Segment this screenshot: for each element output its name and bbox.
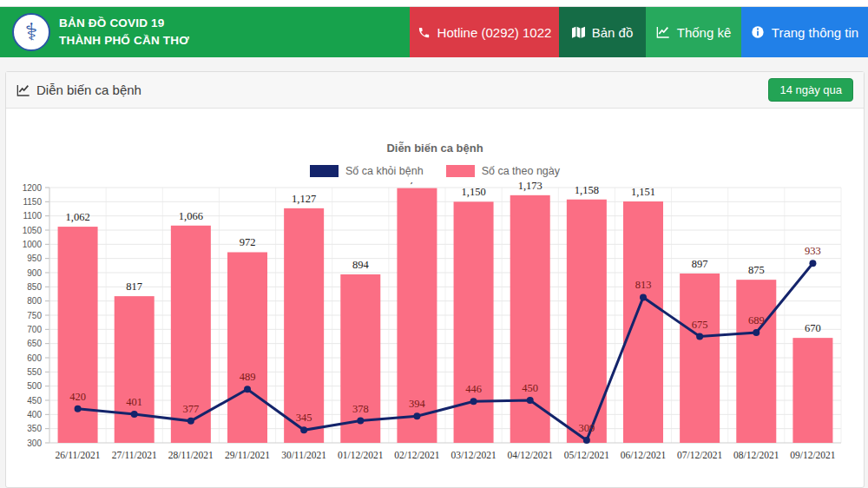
line-point[interactable] bbox=[244, 386, 251, 392]
line-point[interactable] bbox=[413, 412, 420, 419]
x-axis-label: 04/12/2021 bbox=[508, 450, 554, 460]
line-point[interactable] bbox=[583, 437, 590, 444]
svg-text:1050: 1050 bbox=[23, 226, 43, 235]
chart-title: Diễn biến ca bệnh bbox=[6, 142, 864, 155]
brand: ⚕ BẢN ĐỒ COVID 19 THÀNH PHỐ CẦN THƠ bbox=[0, 7, 410, 57]
bar-value-label: 1,198 bbox=[404, 182, 429, 185]
card-title: Diễn biến ca bệnh bbox=[16, 82, 141, 97]
line-value-label: 401 bbox=[126, 396, 142, 408]
bar-value-label: 1,158 bbox=[575, 184, 599, 196]
x-axis-label: 30/11/2021 bbox=[281, 450, 326, 460]
app-title-line1: BẢN ĐỒ COVID 19 bbox=[59, 15, 189, 32]
legend-item-daily[interactable]: Số ca theo ngày bbox=[446, 165, 560, 177]
line-value-label: 309 bbox=[578, 422, 595, 434]
info-circle-icon bbox=[751, 25, 765, 39]
legend-swatch-recovered bbox=[310, 165, 339, 177]
x-axis-label: 05/12/2021 bbox=[564, 450, 610, 460]
app-title: BẢN ĐỒ COVID 19 THÀNH PHỐ CẦN THƠ bbox=[59, 15, 189, 50]
map-button[interactable]: Bản đồ bbox=[559, 7, 646, 57]
info-page-button-label: Trang thông tin bbox=[772, 25, 858, 40]
hotline-button-label: Hotline (0292) 1022 bbox=[437, 25, 552, 40]
line-value-label: 675 bbox=[692, 319, 708, 331]
svg-text:350: 350 bbox=[27, 424, 42, 433]
svg-text:750: 750 bbox=[27, 311, 42, 320]
chart-legend: Số ca khỏi bệnh Số ca theo ngày bbox=[6, 165, 864, 177]
bar-value-label: 875 bbox=[748, 264, 765, 276]
line-value-label: 394 bbox=[409, 398, 426, 410]
bar[interactable] bbox=[792, 338, 832, 443]
line-point[interactable] bbox=[75, 406, 82, 412]
card-title-label: Diễn biến ca bệnh bbox=[36, 82, 141, 97]
line-point[interactable] bbox=[187, 418, 194, 425]
line-value-label: 450 bbox=[522, 382, 538, 394]
bar[interactable] bbox=[115, 296, 155, 443]
x-axis-label: 07/12/2021 bbox=[677, 450, 723, 460]
legend-label-daily: Số ca theo ngày bbox=[482, 165, 560, 177]
svg-text:600: 600 bbox=[27, 353, 42, 363]
bar-value-label: 1,151 bbox=[631, 186, 655, 198]
svg-text:950: 950 bbox=[27, 254, 42, 263]
svg-text:450: 450 bbox=[27, 396, 42, 406]
legend-swatch-daily bbox=[446, 165, 475, 177]
bar-value-label: 817 bbox=[126, 280, 142, 293]
svg-text:1200: 1200 bbox=[23, 183, 43, 193]
line-value-label: 377 bbox=[182, 403, 199, 415]
x-axis-label: 08/12/2021 bbox=[733, 450, 779, 460]
svg-text:800: 800 bbox=[27, 296, 42, 306]
page-top-strip bbox=[0, 0, 868, 7]
line-value-label: 446 bbox=[465, 383, 482, 395]
line-point[interactable] bbox=[470, 398, 477, 405]
bar[interactable] bbox=[227, 252, 267, 443]
x-axis-label: 28/11/2021 bbox=[168, 450, 214, 460]
line-point[interactable] bbox=[300, 426, 307, 433]
svg-text:850: 850 bbox=[27, 282, 42, 292]
svg-text:650: 650 bbox=[27, 339, 42, 348]
chart-svg: 3003504004505005506006507007508008509009… bbox=[6, 182, 864, 471]
bar[interactable] bbox=[680, 274, 720, 443]
line-point[interactable] bbox=[809, 260, 816, 267]
info-page-button[interactable]: Trang thông tin bbox=[741, 7, 868, 57]
bar[interactable] bbox=[623, 201, 663, 443]
line-point[interactable] bbox=[696, 333, 703, 340]
svg-text:400: 400 bbox=[27, 410, 42, 419]
stats-button[interactable]: Thống kê bbox=[646, 7, 741, 57]
bar-value-label: 1,062 bbox=[66, 211, 90, 223]
bar[interactable] bbox=[510, 195, 550, 443]
line-value-label: 933 bbox=[805, 245, 821, 257]
hotline-button[interactable]: Hotline (0292) 1022 bbox=[410, 7, 559, 57]
chart-canvas: 3003504004505005506006507007508008509009… bbox=[6, 182, 864, 474]
bar[interactable] bbox=[454, 201, 494, 443]
bar[interactable] bbox=[736, 280, 776, 443]
range-14-days-button[interactable]: 14 ngày qua bbox=[768, 78, 853, 102]
line-value-label: 378 bbox=[352, 403, 369, 415]
card-header: Diễn biến ca bệnh 14 ngày qua bbox=[6, 72, 864, 109]
health-caduceus-icon: ⚕ bbox=[12, 13, 50, 51]
x-axis-label: 02/12/2021 bbox=[394, 450, 440, 460]
line-value-label: 345 bbox=[296, 412, 312, 424]
chart-line-icon bbox=[16, 83, 30, 97]
x-axis-label: 26/11/2021 bbox=[56, 450, 101, 460]
line-value-label: 689 bbox=[748, 314, 765, 326]
line-point[interactable] bbox=[131, 411, 138, 418]
bar-value-label: 1,127 bbox=[292, 193, 316, 205]
bar-value-label: 972 bbox=[240, 236, 256, 248]
app-header: ⚕ BẢN ĐỒ COVID 19 THÀNH PHỐ CẦN THƠ Hotl… bbox=[0, 7, 868, 57]
app-title-line2: THÀNH PHỐ CẦN THƠ bbox=[59, 32, 189, 49]
line-point[interactable] bbox=[527, 397, 534, 404]
legend-item-recovered[interactable]: Số ca khỏi bệnh bbox=[310, 165, 424, 177]
svg-text:500: 500 bbox=[27, 381, 42, 391]
chart-area: Diễn biến ca bệnh Số ca khỏi bệnh Số ca … bbox=[6, 109, 864, 474]
line-point[interactable] bbox=[357, 418, 364, 425]
legend-label-recovered: Số ca khỏi bệnh bbox=[345, 165, 424, 177]
svg-text:1100: 1100 bbox=[23, 211, 42, 221]
map-button-label: Bản đồ bbox=[592, 25, 634, 40]
bar[interactable] bbox=[284, 208, 324, 443]
line-point[interactable] bbox=[753, 329, 760, 336]
x-axis-label: 06/12/2021 bbox=[621, 450, 667, 460]
header-nav: Hotline (0292) 1022 Bản đồ Thống kê Tran… bbox=[410, 7, 868, 57]
line-value-label: 420 bbox=[69, 391, 86, 403]
x-axis-label: 29/11/2021 bbox=[225, 450, 270, 460]
line-value-label: 813 bbox=[635, 279, 652, 291]
bar-value-label: 670 bbox=[805, 322, 821, 334]
line-point[interactable] bbox=[640, 293, 647, 300]
